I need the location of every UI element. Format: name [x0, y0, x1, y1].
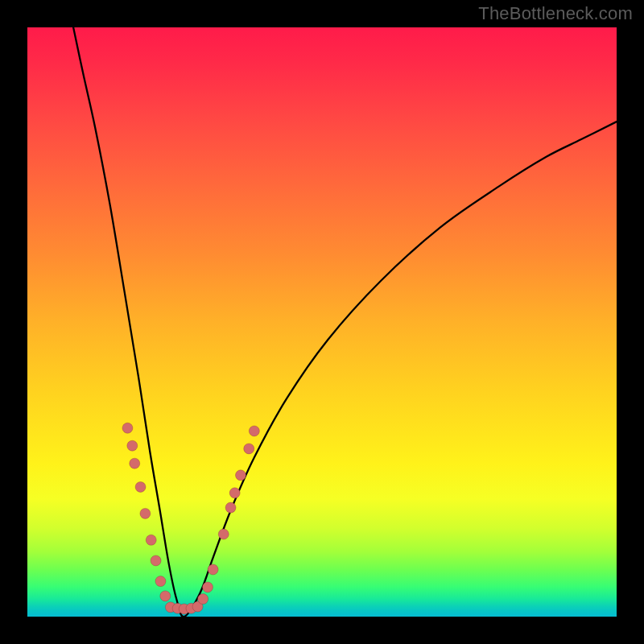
data-dot [151, 555, 161, 566]
data-dot [140, 508, 151, 518]
data-dot [235, 470, 246, 481]
data-dot [127, 440, 138, 451]
chart-plot-area [27, 27, 617, 617]
data-dot [130, 458, 140, 469]
chart-svg [27, 27, 617, 617]
data-dots [122, 423, 259, 614]
data-dot [249, 426, 259, 436]
data-dot [146, 535, 156, 545]
data-dot [155, 576, 166, 587]
bottleneck-curve-path [73, 27, 617, 617]
chart-container: TheBottleneck.com [0, 0, 644, 644]
data-dot [202, 582, 213, 592]
data-dot [198, 594, 208, 605]
bottleneck-curve [73, 27, 617, 617]
data-dot [225, 502, 236, 513]
data-dot [208, 564, 218, 575]
watermark-text: TheBottleneck.com [478, 3, 633, 24]
data-dot [122, 423, 133, 433]
data-dot [229, 488, 240, 498]
data-dot [244, 444, 254, 454]
data-dot [135, 481, 146, 492]
data-dot [218, 529, 229, 539]
data-dot [160, 591, 171, 601]
